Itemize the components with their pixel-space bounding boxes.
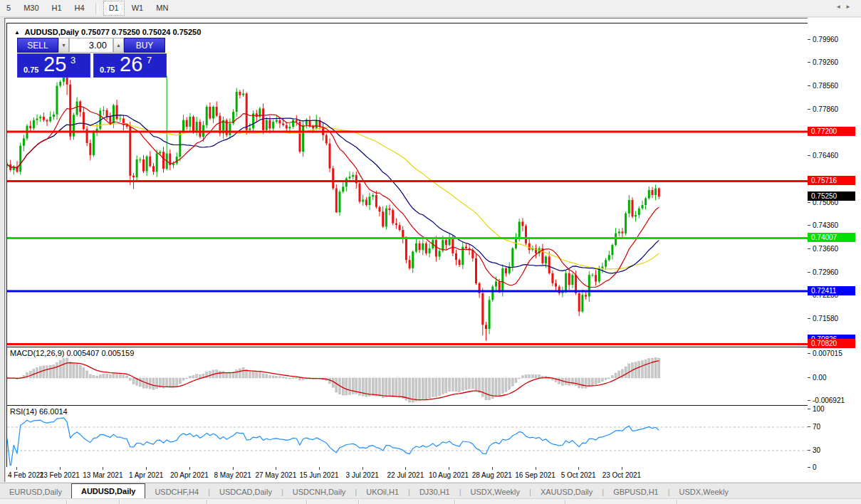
current-price-badge: 0.75250 [808,191,855,201]
sell-price-display[interactable]: 0.75 25 3 [17,53,90,78]
axis-tick: 0.00 [808,374,861,382]
toolbar-separator [95,3,98,14]
date-label: 8 May 2021 [214,471,251,479]
date-label: 22 Jul 2021 [387,471,424,479]
axis-tick: 0.76460 [808,152,861,159]
level-price-badge: 0.75716 [808,176,855,185]
date-tick [536,467,536,470]
chart-tab-10[interactable]: USDX,Weekly [670,485,738,499]
date-tick [578,467,579,470]
chart-tab-7[interactable]: USDX,Weekly [461,485,529,499]
date-tick [189,467,190,470]
axis-tick: 0.72960 [808,268,861,276]
chart-window: ▲ AUDUSD,Daily 0.75077 0.75250 0.75024 0… [4,18,861,482]
period-button-m30[interactable]: M30 [18,1,44,16]
volume-increase-button[interactable]: ▲ [113,38,124,53]
status-divider [66,500,68,504]
date-tick [449,467,449,470]
tab-scroll-arrows[interactable]: ◄► [835,4,855,10]
chart-tab-9[interactable]: GBPUSD,H1 [604,485,668,499]
status-bar [0,498,861,504]
price-axis-column: 0.799600.792600.785600.778600.771600.764… [808,18,861,481]
tab-scroll-left-icon[interactable]: ◄ [835,4,845,10]
rsi-panel: RSI(14) 66.0014 [6,405,810,468]
date-axis: 4 Feb 202123 Feb 202113 Mar 20211 Apr 20… [6,467,808,482]
axis-tick: 0.77860 [808,105,861,113]
date-label: 3 Jul 2021 [346,471,379,479]
date-label: 28 Aug 2021 [472,471,512,479]
date-tick [276,467,276,470]
period-button-w1[interactable]: W1 [126,1,150,16]
chart-tab-3[interactable]: USDCAD,Daily [210,485,281,499]
chart-ohlc-values: 0.75077 0.75250 0.75024 0.75250 [81,28,201,36]
buy-price-pipette: 7 [147,55,152,65]
axis-tick: 0.79260 [808,58,861,66]
period-button-mn[interactable]: MN [150,1,174,16]
axis-tick: 30 [808,446,861,454]
buy-price-prefix: 0.75 [100,65,115,74]
collapse-triangle-icon[interactable]: ▲ [14,29,20,36]
date-tick [16,467,17,470]
rsi-canvas[interactable] [7,406,808,466]
chart-tab-1[interactable]: AUDUSD,Daily [71,483,145,499]
date-label: 10 Aug 2021 [429,471,469,479]
chart-tab-2[interactable]: USDCHF,H4 [145,485,208,499]
axis-tick: 0.007015 [808,350,861,357]
level-price-badge: 0.72411 [808,286,855,295]
date-tick [622,467,622,470]
date-tick [362,467,363,470]
axis-tick: 0.78560 [808,82,861,90]
rsi-label: RSI(14) 66.0014 [10,407,68,416]
status-divider [119,500,120,504]
buy-price-display[interactable]: 0.75 26 7 [93,53,167,78]
sell-button[interactable]: SELL [17,38,58,53]
chart-tab-8[interactable]: XAUUSD,Daily [531,485,602,499]
tab-scroll-right-icon[interactable]: ► [845,4,855,10]
date-tick [319,467,320,470]
volume-input[interactable] [69,38,113,53]
volume-decrease-button[interactable]: ▼ [58,38,69,53]
status-divider [454,500,456,504]
axis-tick: 70 [808,423,861,431]
status-divider [565,500,566,504]
date-tick [60,467,61,470]
buy-button[interactable]: BUY [124,38,165,53]
level-price-badge: 0.70820 [808,339,855,348]
date-tick [233,467,234,470]
period-button-h4[interactable]: H4 [69,1,90,16]
sell-price-pipette: 3 [71,55,75,65]
buy-price-big: 26 [120,53,142,76]
period-button-d1[interactable]: D1 [103,1,125,16]
status-divider [677,500,678,504]
axis-tick: 0 [808,463,861,471]
macd-panel: MACD(12,26,9) 0.005407 0.005159 [6,347,810,406]
mt4-application: 5M30H1H4D1W1MN ▲ AUDUSD,Daily 0.75077 0.… [0,0,861,504]
chart-tab-5[interactable]: UKOil,H1 [357,485,408,499]
sell-price-prefix: 0.75 [24,65,38,74]
date-label: 4 Feb 2021 [8,471,44,479]
date-label: 23 Feb 2021 [40,471,80,479]
date-tick [103,467,103,470]
date-tick [492,467,493,470]
price-chart-panel: ▲ AUDUSD,Daily 0.75077 0.75250 0.75024 0… [6,23,810,347]
period-button-5[interactable]: 5 [1,1,16,16]
date-label: 1 Apr 2021 [129,471,163,479]
chart-tab-0[interactable]: EURUSD,Daily [0,485,71,499]
chart-tab-bar: EURUSD,DailyAUDUSD,DailyUSDCHF,H4|USDCAD… [0,483,861,499]
axis-tick: 0.79960 [808,36,861,43]
status-divider [207,500,208,504]
date-label: 5 Oct 2021 [561,471,596,479]
axis-tick: 0.73660 [808,245,861,253]
period-button-h1[interactable]: H1 [46,1,68,16]
date-label: 20 Apr 2021 [170,471,209,479]
chart-title: ▲ AUDUSD,Daily 0.75077 0.75250 0.75024 0… [14,28,201,36]
status-divider [358,500,360,504]
chart-tab-4[interactable]: USDCNH,Daily [283,485,355,499]
axis-tick: 0.71580 [808,315,861,322]
date-label: 13 Mar 2021 [83,471,122,479]
date-tick [405,467,406,470]
axis-tick: 100 [808,405,861,413]
sell-price-big: 25 [43,53,66,76]
period-toolbar: 5M30H1H4D1W1MN [0,0,861,17]
chart-tab-6[interactable]: DJ30,H1 [410,485,459,499]
